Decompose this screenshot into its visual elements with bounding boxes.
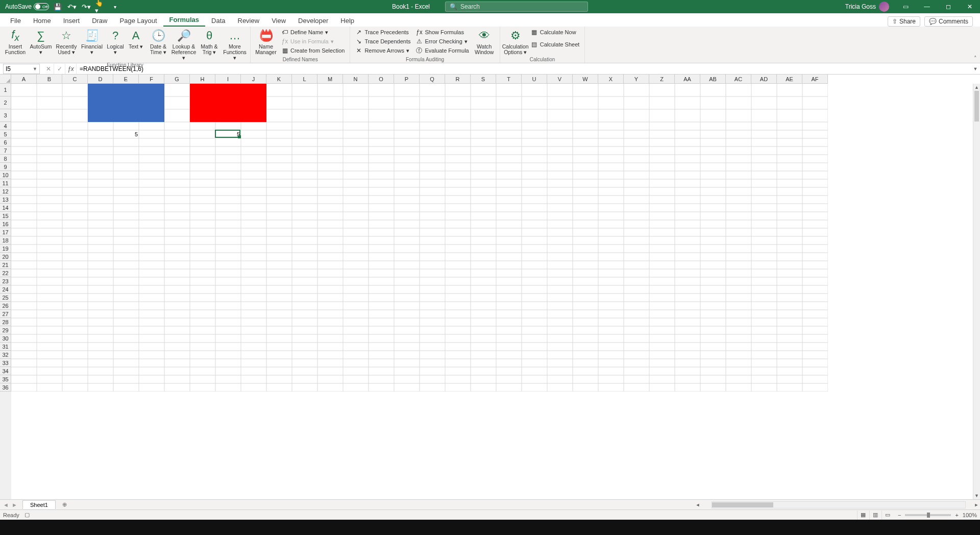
row-header-19[interactable]: 19 xyxy=(0,245,11,253)
column-header-AB[interactable]: AB xyxy=(700,75,726,84)
expand-formula-bar-icon[interactable]: ▼ xyxy=(971,66,980,71)
sheet-tab-sheet1[interactable]: Sheet1 xyxy=(22,500,56,509)
row-header-32[interactable]: 32 xyxy=(0,351,11,359)
page-layout-view-icon[interactable]: ▥ xyxy=(869,510,881,520)
column-header-C[interactable]: C xyxy=(62,75,88,84)
column-header-K[interactable]: K xyxy=(266,75,292,84)
cell-I5[interactable]: 5 xyxy=(215,130,241,138)
row-header-20[interactable]: 20 xyxy=(0,253,11,261)
financial-button[interactable]: 🧾Financial ▾ xyxy=(80,28,104,56)
collapse-ribbon-icon[interactable]: ˄ xyxy=(974,55,977,62)
tab-review[interactable]: Review xyxy=(232,15,266,27)
column-header-Y[interactable]: Y xyxy=(624,75,649,84)
column-header-U[interactable]: U xyxy=(522,75,547,84)
tab-page-layout[interactable]: Page Layout xyxy=(114,15,163,27)
watch-window-button[interactable]: 👁Watch Window xyxy=(472,28,497,56)
tab-formulas[interactable]: Formulas xyxy=(163,14,206,27)
hscroll-thumb[interactable] xyxy=(712,502,773,507)
tab-file[interactable]: File xyxy=(4,15,27,27)
sheet-next-icon[interactable]: ► xyxy=(12,502,17,508)
scroll-down-icon[interactable]: ▼ xyxy=(973,492,980,499)
select-all-button[interactable] xyxy=(0,75,11,84)
blue-filled-range[interactable] xyxy=(88,84,164,122)
hscroll-right-icon[interactable]: ► xyxy=(973,502,980,507)
row-header-17[interactable]: 17 xyxy=(0,228,11,236)
row-header-34[interactable]: 34 xyxy=(0,367,11,375)
logical-button[interactable]: ?Logical ▾ xyxy=(105,28,126,56)
tab-draw[interactable]: Draw xyxy=(86,15,113,27)
vertical-scrollbar[interactable]: ▲ ▼ xyxy=(973,84,980,499)
row-header-25[interactable]: 25 xyxy=(0,294,11,302)
column-header-F[interactable]: F xyxy=(139,75,164,84)
tab-home[interactable]: Home xyxy=(27,15,57,27)
row-header-16[interactable]: 16 xyxy=(0,220,11,228)
user-account[interactable]: Tricia Goss xyxy=(845,2,894,12)
calculate-sheet-button[interactable]: ▤Calculate Sheet xyxy=(529,40,582,49)
row-header-35[interactable]: 35 xyxy=(0,375,11,383)
row-header-6[interactable]: 6 xyxy=(0,138,11,147)
tab-insert[interactable]: Insert xyxy=(57,15,86,27)
autosave-toggle[interactable]: AutoSave Off xyxy=(5,3,49,10)
add-sheet-button[interactable]: ⊕ xyxy=(59,501,71,508)
normal-view-icon[interactable]: ▦ xyxy=(857,510,869,520)
column-header-M[interactable]: M xyxy=(317,75,343,84)
column-header-N[interactable]: N xyxy=(343,75,369,84)
save-icon[interactable]: 💾 xyxy=(52,1,63,12)
row-header-36[interactable]: 36 xyxy=(0,383,11,392)
column-header-J[interactable]: J xyxy=(241,75,266,84)
row-header-27[interactable]: 27 xyxy=(0,310,11,318)
sheet-prev-icon[interactable]: ◄ xyxy=(3,502,9,508)
column-header-T[interactable]: T xyxy=(496,75,522,84)
zoom-level[interactable]: 100% xyxy=(963,512,977,518)
column-header-AE[interactable]: AE xyxy=(777,75,802,84)
column-header-V[interactable]: V xyxy=(547,75,573,84)
zoom-in-icon[interactable]: + xyxy=(955,512,958,518)
vscroll-thumb[interactable] xyxy=(974,91,979,121)
row-header-18[interactable]: 18 xyxy=(0,236,11,245)
autosum-button[interactable]: ∑AutoSum ▾ xyxy=(29,28,53,56)
error-checking-button[interactable]: ⚠Error Checking ▾ xyxy=(413,37,471,46)
trace-precedents-button[interactable]: ↗Trace Precedents xyxy=(353,28,412,37)
column-header-AC[interactable]: AC xyxy=(726,75,751,84)
column-header-P[interactable]: P xyxy=(394,75,420,84)
ribbon-display-icon[interactable]: ▭ xyxy=(895,0,916,13)
use-in-formula-button[interactable]: ƒxUse in Formula ▾ xyxy=(279,37,347,46)
evaluate-formula-button[interactable]: ⓕEvaluate Formula xyxy=(413,46,471,55)
sheet-nav[interactable]: ◄► xyxy=(0,502,20,508)
column-header-A[interactable]: A xyxy=(11,75,37,84)
row-header-8[interactable]: 8 xyxy=(0,155,11,163)
minimize-icon[interactable]: — xyxy=(917,0,937,13)
insert-function-button[interactable]: fxInsert Function xyxy=(3,28,28,56)
comments-button[interactable]: 💬Comments xyxy=(924,16,973,27)
tab-developer[interactable]: Developer xyxy=(292,15,334,27)
row-header-28[interactable]: 28 xyxy=(0,318,11,326)
column-header-X[interactable]: X xyxy=(598,75,624,84)
row-header-21[interactable]: 21 xyxy=(0,261,11,269)
row-header-33[interactable]: 33 xyxy=(0,359,11,367)
page-break-view-icon[interactable]: ▭ xyxy=(881,510,894,520)
column-header-R[interactable]: R xyxy=(445,75,471,84)
column-header-E[interactable]: E xyxy=(113,75,139,84)
horizontal-scrollbar[interactable] xyxy=(712,501,966,508)
tab-data[interactable]: Data xyxy=(205,15,231,27)
text-button[interactable]: AText ▾ xyxy=(127,28,145,51)
touch-mode-icon[interactable]: 👆▾ xyxy=(95,1,106,12)
row-header-13[interactable]: 13 xyxy=(0,196,11,204)
define-name-button[interactable]: 🏷Define Name ▾ xyxy=(279,28,347,37)
column-header-B[interactable]: B xyxy=(37,75,62,84)
row-header-4[interactable]: 4 xyxy=(0,122,11,130)
row-header-30[interactable]: 30 xyxy=(0,334,11,343)
recently-used-button[interactable]: ☆Recently Used ▾ xyxy=(54,28,79,56)
close-icon[interactable]: ✕ xyxy=(960,0,980,13)
column-header-Z[interactable]: Z xyxy=(649,75,675,84)
row-header-9[interactable]: 9 xyxy=(0,163,11,171)
more-functions-button[interactable]: …More Functions ▾ xyxy=(223,28,247,62)
row-header-24[interactable]: 24 xyxy=(0,285,11,294)
lookup-reference-button[interactable]: 🔎Lookup & Reference ▾ xyxy=(172,28,196,62)
tab-help[interactable]: Help xyxy=(334,15,360,27)
toggle-switch[interactable]: Off xyxy=(34,3,49,10)
row-header-31[interactable]: 31 xyxy=(0,343,11,351)
remove-arrows-button[interactable]: ✕Remove Arrows ▾ xyxy=(353,46,412,55)
hscroll-left-icon[interactable]: ◄ xyxy=(694,502,701,507)
row-header-1[interactable]: 1 xyxy=(0,84,11,96)
